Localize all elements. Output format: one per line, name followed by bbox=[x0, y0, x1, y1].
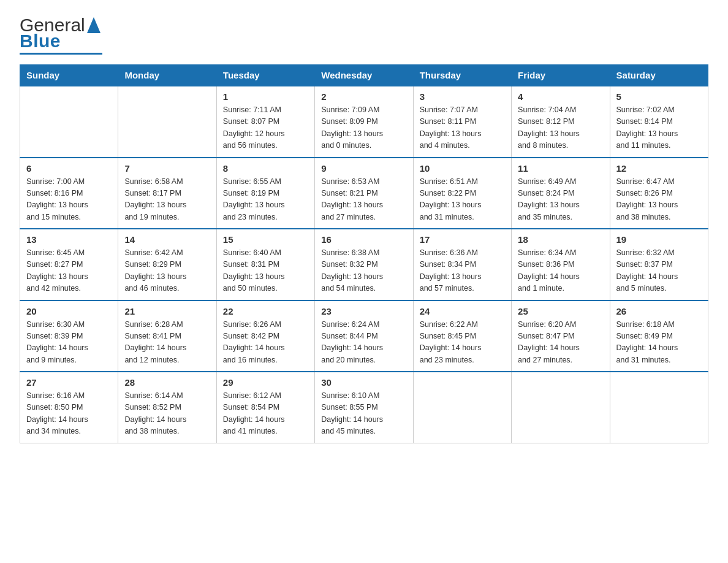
day-detail: Sunrise: 6:49 AM Sunset: 8:24 PM Dayligh… bbox=[518, 176, 603, 224]
day-number: 30 bbox=[321, 377, 406, 388]
day-number: 9 bbox=[321, 163, 406, 174]
day-detail: Sunrise: 6:18 AM Sunset: 8:49 PM Dayligh… bbox=[616, 319, 702, 367]
day-detail: Sunrise: 6:12 AM Sunset: 8:54 PM Dayligh… bbox=[223, 390, 308, 438]
day-detail: Sunrise: 7:04 AM Sunset: 8:12 PM Dayligh… bbox=[518, 104, 603, 152]
day-number: 10 bbox=[420, 163, 505, 174]
day-detail: Sunrise: 6:28 AM Sunset: 8:41 PM Dayligh… bbox=[124, 319, 210, 367]
svg-marker-0 bbox=[87, 17, 100, 33]
day-cell: 14Sunrise: 6:42 AM Sunset: 8:29 PM Dayli… bbox=[118, 229, 216, 301]
header-wednesday: Wednesday bbox=[315, 65, 413, 86]
day-detail: Sunrise: 6:36 AM Sunset: 8:34 PM Dayligh… bbox=[420, 247, 505, 295]
day-cell: 18Sunrise: 6:34 AM Sunset: 8:36 PM Dayli… bbox=[512, 229, 610, 301]
day-cell: 8Sunrise: 6:55 AM Sunset: 8:19 PM Daylig… bbox=[216, 158, 314, 229]
day-cell bbox=[610, 372, 708, 443]
day-detail: Sunrise: 6:53 AM Sunset: 8:21 PM Dayligh… bbox=[321, 176, 406, 224]
day-cell: 1Sunrise: 7:11 AM Sunset: 8:07 PM Daylig… bbox=[216, 86, 314, 158]
day-cell bbox=[413, 372, 511, 443]
day-detail: Sunrise: 6:20 AM Sunset: 8:47 PM Dayligh… bbox=[518, 319, 603, 367]
day-number: 21 bbox=[124, 306, 210, 316]
day-number: 14 bbox=[124, 234, 210, 245]
day-detail: Sunrise: 6:16 AM Sunset: 8:50 PM Dayligh… bbox=[26, 390, 112, 438]
day-cell bbox=[20, 86, 118, 158]
day-number: 15 bbox=[223, 234, 308, 245]
day-cell: 5Sunrise: 7:02 AM Sunset: 8:14 PM Daylig… bbox=[610, 86, 708, 158]
day-detail: Sunrise: 6:51 AM Sunset: 8:22 PM Dayligh… bbox=[420, 176, 505, 224]
day-number: 27 bbox=[26, 377, 112, 388]
header-friday: Friday bbox=[512, 65, 610, 86]
day-detail: Sunrise: 6:45 AM Sunset: 8:27 PM Dayligh… bbox=[26, 247, 112, 295]
calendar-body: 1Sunrise: 7:11 AM Sunset: 8:07 PM Daylig… bbox=[20, 86, 708, 443]
calendar-header: SundayMondayTuesdayWednesdayThursdayFrid… bbox=[20, 65, 708, 86]
day-number: 12 bbox=[616, 163, 702, 174]
day-cell: 25Sunrise: 6:20 AM Sunset: 8:47 PM Dayli… bbox=[512, 301, 610, 372]
logo-blue: Blue bbox=[20, 31, 61, 52]
day-number: 17 bbox=[420, 234, 505, 245]
day-detail: Sunrise: 7:07 AM Sunset: 8:11 PM Dayligh… bbox=[420, 104, 505, 152]
day-number: 11 bbox=[518, 163, 603, 174]
week-row-1: 6Sunrise: 7:00 AM Sunset: 8:16 PM Daylig… bbox=[20, 158, 708, 229]
day-cell: 13Sunrise: 6:45 AM Sunset: 8:27 PM Dayli… bbox=[20, 229, 118, 301]
day-number: 13 bbox=[26, 234, 112, 245]
day-cell: 21Sunrise: 6:28 AM Sunset: 8:41 PM Dayli… bbox=[118, 301, 216, 372]
header-row: SundayMondayTuesdayWednesdayThursdayFrid… bbox=[20, 65, 708, 86]
day-cell: 20Sunrise: 6:30 AM Sunset: 8:39 PM Dayli… bbox=[20, 301, 118, 372]
day-detail: Sunrise: 6:58 AM Sunset: 8:17 PM Dayligh… bbox=[124, 176, 210, 224]
day-cell: 17Sunrise: 6:36 AM Sunset: 8:34 PM Dayli… bbox=[413, 229, 511, 301]
day-number: 4 bbox=[518, 91, 603, 102]
day-number: 8 bbox=[223, 163, 308, 174]
day-cell: 4Sunrise: 7:04 AM Sunset: 8:12 PM Daylig… bbox=[512, 86, 610, 158]
day-detail: Sunrise: 6:42 AM Sunset: 8:29 PM Dayligh… bbox=[124, 247, 210, 295]
day-number: 2 bbox=[321, 91, 406, 102]
day-cell: 27Sunrise: 6:16 AM Sunset: 8:50 PM Dayli… bbox=[20, 372, 118, 443]
day-detail: Sunrise: 6:40 AM Sunset: 8:31 PM Dayligh… bbox=[223, 247, 308, 295]
day-cell: 28Sunrise: 6:14 AM Sunset: 8:52 PM Dayli… bbox=[118, 372, 216, 443]
day-detail: Sunrise: 6:14 AM Sunset: 8:52 PM Dayligh… bbox=[124, 390, 210, 438]
header-saturday: Saturday bbox=[610, 65, 708, 86]
day-cell: 24Sunrise: 6:22 AM Sunset: 8:45 PM Dayli… bbox=[413, 301, 511, 372]
day-number: 24 bbox=[420, 306, 505, 316]
day-number: 25 bbox=[518, 306, 603, 316]
day-number: 7 bbox=[124, 163, 210, 174]
day-detail: Sunrise: 6:30 AM Sunset: 8:39 PM Dayligh… bbox=[26, 319, 112, 367]
header-thursday: Thursday bbox=[413, 65, 511, 86]
day-cell: 30Sunrise: 6:10 AM Sunset: 8:55 PM Dayli… bbox=[315, 372, 413, 443]
day-number: 29 bbox=[223, 377, 308, 388]
header-sunday: Sunday bbox=[20, 65, 118, 86]
day-detail: Sunrise: 6:47 AM Sunset: 8:26 PM Dayligh… bbox=[616, 176, 702, 224]
day-detail: Sunrise: 6:38 AM Sunset: 8:32 PM Dayligh… bbox=[321, 247, 406, 295]
day-number: 20 bbox=[26, 306, 112, 316]
day-cell: 7Sunrise: 6:58 AM Sunset: 8:17 PM Daylig… bbox=[118, 158, 216, 229]
page-header: General Blue bbox=[20, 15, 708, 55]
week-row-3: 20Sunrise: 6:30 AM Sunset: 8:39 PM Dayli… bbox=[20, 301, 708, 372]
day-detail: Sunrise: 6:32 AM Sunset: 8:37 PM Dayligh… bbox=[616, 247, 702, 295]
day-number: 1 bbox=[223, 91, 308, 102]
day-detail: Sunrise: 6:22 AM Sunset: 8:45 PM Dayligh… bbox=[420, 319, 505, 367]
day-cell: 15Sunrise: 6:40 AM Sunset: 8:31 PM Dayli… bbox=[216, 229, 314, 301]
day-cell: 3Sunrise: 7:07 AM Sunset: 8:11 PM Daylig… bbox=[413, 86, 511, 158]
day-number: 5 bbox=[616, 91, 702, 102]
day-cell: 9Sunrise: 6:53 AM Sunset: 8:21 PM Daylig… bbox=[315, 158, 413, 229]
day-number: 22 bbox=[223, 306, 308, 316]
day-cell: 11Sunrise: 6:49 AM Sunset: 8:24 PM Dayli… bbox=[512, 158, 610, 229]
logo-divider bbox=[20, 53, 102, 55]
day-cell: 12Sunrise: 6:47 AM Sunset: 8:26 PM Dayli… bbox=[610, 158, 708, 229]
day-cell: 22Sunrise: 6:26 AM Sunset: 8:42 PM Dayli… bbox=[216, 301, 314, 372]
day-cell bbox=[512, 372, 610, 443]
day-number: 6 bbox=[26, 163, 112, 174]
day-cell: 26Sunrise: 6:18 AM Sunset: 8:49 PM Dayli… bbox=[610, 301, 708, 372]
day-cell: 2Sunrise: 7:09 AM Sunset: 8:09 PM Daylig… bbox=[315, 86, 413, 158]
day-cell bbox=[118, 86, 216, 158]
logo-blue-row: Blue bbox=[20, 31, 61, 52]
day-number: 18 bbox=[518, 234, 603, 245]
day-number: 16 bbox=[321, 234, 406, 245]
calendar: SundayMondayTuesdayWednesdayThursdayFrid… bbox=[20, 64, 708, 443]
day-cell: 10Sunrise: 6:51 AM Sunset: 8:22 PM Dayli… bbox=[413, 158, 511, 229]
week-row-4: 27Sunrise: 6:16 AM Sunset: 8:50 PM Dayli… bbox=[20, 372, 708, 443]
day-number: 3 bbox=[420, 91, 505, 102]
day-detail: Sunrise: 7:02 AM Sunset: 8:14 PM Dayligh… bbox=[616, 104, 702, 152]
day-cell: 23Sunrise: 6:24 AM Sunset: 8:44 PM Dayli… bbox=[315, 301, 413, 372]
day-number: 23 bbox=[321, 306, 406, 316]
day-detail: Sunrise: 6:26 AM Sunset: 8:42 PM Dayligh… bbox=[223, 319, 308, 367]
day-detail: Sunrise: 7:11 AM Sunset: 8:07 PM Dayligh… bbox=[223, 104, 308, 152]
day-cell: 6Sunrise: 7:00 AM Sunset: 8:16 PM Daylig… bbox=[20, 158, 118, 229]
